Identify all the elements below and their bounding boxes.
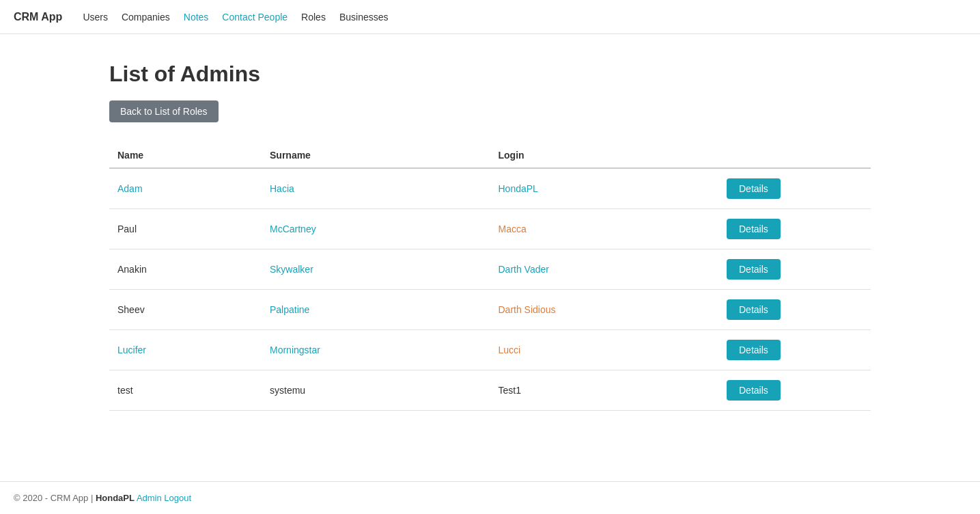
cell-surname: systemu <box>262 370 490 411</box>
cell-surname: Morningstar <box>262 330 490 370</box>
col-header-name: Name <box>109 143 262 168</box>
details-button[interactable]: Details <box>727 178 781 199</box>
cell-action: Details <box>718 290 871 330</box>
details-button[interactable]: Details <box>727 380 781 401</box>
cell-surname: Skywalker <box>262 249 490 290</box>
cell-action: Details <box>718 370 871 411</box>
table-row: Adam Hacia HondaPL Details <box>109 168 871 209</box>
page-title: List of Admins <box>109 62 871 87</box>
cell-action: Details <box>718 330 871 370</box>
col-header-login: Login <box>490 143 719 168</box>
nav-contact-people[interactable]: Contact People <box>222 12 288 23</box>
nav-users[interactable]: Users <box>83 12 108 23</box>
nav-businesses[interactable]: Businesses <box>339 12 389 23</box>
footer-logout[interactable]: Logout <box>164 493 191 503</box>
details-button[interactable]: Details <box>727 219 781 239</box>
cell-name: Adam <box>109 168 262 209</box>
footer: © 2020 - CRM App | HondaPL Admin Logout <box>0 481 980 514</box>
details-button[interactable]: Details <box>727 259 781 280</box>
main-content: List of Admins Back to List of Roles Nam… <box>0 34 980 481</box>
navbar: CRM App Users Companies Notes Contact Pe… <box>0 0 980 34</box>
details-button[interactable]: Details <box>727 340 781 360</box>
table-row: test systemu Test1 Details <box>109 370 871 411</box>
table-header-row: Name Surname Login <box>109 143 871 168</box>
nav-companies[interactable]: Companies <box>122 12 170 23</box>
cell-surname: Palpatine <box>262 290 490 330</box>
cell-name: Sheev <box>109 290 262 330</box>
table-row: Sheev Palpatine Darth Sidious Details <box>109 290 871 330</box>
cell-name: Lucifer <box>109 330 262 370</box>
col-header-surname: Surname <box>262 143 490 168</box>
cell-action: Details <box>718 249 871 290</box>
footer-copyright: © 2020 - CRM App | <box>14 493 96 503</box>
nav-notes[interactable]: Notes <box>184 12 209 23</box>
cell-login: Lucci <box>490 330 719 370</box>
cell-login: Test1 <box>490 370 719 411</box>
details-button[interactable]: Details <box>727 299 781 320</box>
footer-user: HondaPL <box>96 493 135 503</box>
back-to-roles-button[interactable]: Back to List of Roles <box>109 100 219 122</box>
cell-login: Darth Sidious <box>490 290 719 330</box>
cell-name: test <box>109 370 262 411</box>
cell-name: Paul <box>109 209 262 249</box>
nav-roles[interactable]: Roles <box>301 12 326 23</box>
footer-role[interactable]: Admin <box>137 493 162 503</box>
cell-name: Anakin <box>109 249 262 290</box>
cell-surname: Hacia <box>262 168 490 209</box>
cell-login: Darth Vader <box>490 249 719 290</box>
nav-brand: CRM App <box>14 11 62 23</box>
cell-surname: McCartney <box>262 209 490 249</box>
cell-login: Macca <box>490 209 719 249</box>
col-header-action <box>718 143 871 168</box>
admins-table: Name Surname Login Adam Hacia HondaPL De… <box>109 143 871 411</box>
cell-action: Details <box>718 209 871 249</box>
table-row: Anakin Skywalker Darth Vader Details <box>109 249 871 290</box>
table-row: Lucifer Morningstar Lucci Details <box>109 330 871 370</box>
cell-login: HondaPL <box>490 168 719 209</box>
table-row: Paul McCartney Macca Details <box>109 209 871 249</box>
cell-action: Details <box>718 168 871 209</box>
nav-links: Users Companies Notes Contact People Rol… <box>83 12 388 23</box>
